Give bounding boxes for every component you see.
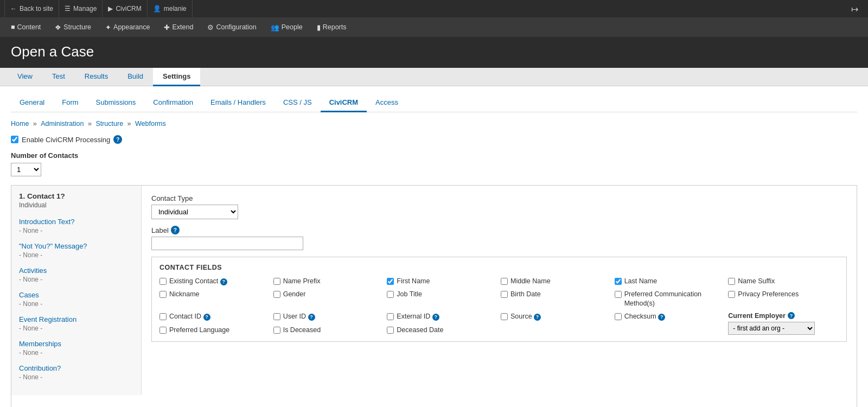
birth-date-label[interactable]: Birth Date <box>510 290 541 298</box>
sidebar-not-you-message: "Not You?" Message? - None - <box>19 242 133 259</box>
external-id-label[interactable]: External ID ? <box>397 312 439 321</box>
label-input[interactable]: Client <box>151 237 303 250</box>
current-employer-help-icon[interactable]: ? <box>788 312 795 319</box>
sub-tab-submissions[interactable]: Submissions <box>87 94 145 112</box>
tab-results[interactable]: Results <box>75 68 118 86</box>
appearance-menu-item[interactable]: ✦ Appearance <box>99 17 156 37</box>
contact-id-checkbox[interactable] <box>159 313 167 320</box>
sidebar-not-you-title[interactable]: "Not You?" Message? <box>19 242 133 250</box>
checksum-label[interactable]: Checksum ? <box>624 312 666 321</box>
tab-test[interactable]: Test <box>42 68 75 86</box>
tab-build[interactable]: Build <box>118 68 153 86</box>
extend-menu-item[interactable]: ✚ Extend <box>157 17 200 37</box>
civicrm-menu[interactable]: ▶ CiviCRM <box>103 0 147 17</box>
gender-label[interactable]: Gender <box>283 290 306 298</box>
name-suffix-label[interactable]: Name Suffix <box>738 277 775 285</box>
job-title-checkbox[interactable] <box>387 291 394 298</box>
external-id-help-icon[interactable]: ? <box>432 314 439 321</box>
existing-contact-help-icon[interactable]: ? <box>220 278 227 285</box>
people-menu-item[interactable]: 👥 People <box>264 17 309 37</box>
menu-icon: ☰ <box>65 5 71 12</box>
is-deceased-checkbox[interactable] <box>273 327 280 334</box>
sub-tab-access[interactable]: Access <box>367 94 407 112</box>
middle-name-label[interactable]: Middle Name <box>510 277 551 285</box>
sidebar-cases-title[interactable]: Cases <box>19 291 133 299</box>
user-menu[interactable]: 👤 melanie <box>148 0 193 17</box>
user-id-label[interactable]: User ID ? <box>283 312 315 321</box>
sub-tab-css-js[interactable]: CSS / JS <box>275 94 321 112</box>
main-tabs: View Test Results Build Settings <box>0 68 868 86</box>
last-name-label[interactable]: Last Name <box>624 277 657 285</box>
sidebar-activities-value: - None - <box>19 276 133 283</box>
pref-lang-checkbox[interactable] <box>159 327 167 334</box>
nickname-label[interactable]: Nickname <box>169 290 200 298</box>
structure-menu-item[interactable]: ❖ Structure <box>48 17 98 37</box>
gender-checkbox[interactable] <box>273 291 280 298</box>
breadcrumb-administration[interactable]: Administration <box>41 120 84 128</box>
checksum-help-icon[interactable]: ? <box>658 314 665 321</box>
current-employer-select[interactable]: - first add an org - <box>728 322 815 335</box>
breadcrumb-structure[interactable]: Structure <box>95 120 123 128</box>
pref-lang-label[interactable]: Preferred Language <box>169 326 229 334</box>
manage-menu[interactable]: ☰ Manage <box>59 0 103 17</box>
user-id-checkbox[interactable] <box>273 313 280 320</box>
sidebar-memberships-title[interactable]: Memberships <box>19 340 133 348</box>
birth-date-checkbox[interactable] <box>501 291 508 298</box>
sub-tab-form[interactable]: Form <box>53 94 87 112</box>
enable-civicrm-label[interactable]: Enable CiviCRM Processing <box>22 136 110 144</box>
name-suffix-checkbox[interactable] <box>728 278 735 285</box>
deceased-date-checkbox[interactable] <box>387 327 394 334</box>
existing-contact-checkbox[interactable] <box>159 278 167 285</box>
source-help-icon[interactable]: ? <box>534 314 541 321</box>
last-name-checkbox[interactable] <box>615 278 622 285</box>
tab-view[interactable]: View <box>8 68 42 86</box>
breadcrumb-webforms[interactable]: Webforms <box>135 120 166 128</box>
reports-menu-item[interactable]: ▮ Reports <box>310 17 353 37</box>
contact-id-help-icon[interactable]: ? <box>203 314 210 321</box>
sidebar-intro-text-title[interactable]: Introduction Text? <box>19 218 133 226</box>
field-external-id: External ID ? <box>387 312 497 321</box>
checksum-checkbox[interactable] <box>615 313 622 320</box>
configuration-icon: ⚙ <box>207 23 214 31</box>
sidebar-memberships-value: - None - <box>19 349 133 357</box>
configuration-menu-item[interactable]: ⚙ Configuration <box>201 17 263 37</box>
privacy-checkbox[interactable] <box>728 291 735 298</box>
number-of-contacts-select[interactable]: 1 2 3 <box>11 163 41 176</box>
middle-name-checkbox[interactable] <box>501 278 508 285</box>
sidebar-activities-title[interactable]: Activities <box>19 266 133 275</box>
nickname-checkbox[interactable] <box>159 291 167 298</box>
sidebar-contribution-title[interactable]: Contribution? <box>19 364 133 372</box>
contact-id-label[interactable]: Contact ID ? <box>169 312 210 321</box>
job-title-label[interactable]: Job Title <box>397 290 422 298</box>
first-name-checkbox[interactable] <box>387 278 394 285</box>
breadcrumb-home[interactable]: Home <box>11 120 29 128</box>
name-prefix-label[interactable]: Name Prefix <box>283 277 321 285</box>
source-label[interactable]: Source ? <box>510 312 541 321</box>
sub-tab-general[interactable]: General <box>11 94 53 112</box>
sub-tab-emails-handlers[interactable]: Emails / Handlers <box>202 94 275 112</box>
pref-comm-label[interactable]: Preferred Communication Method(s) <box>624 290 725 308</box>
content-menu-item[interactable]: ■ Content <box>4 17 47 37</box>
label-help-icon[interactable]: ? <box>171 226 180 234</box>
contact-type-select[interactable]: Individual Organization Household <box>151 205 238 219</box>
sub-tab-confirmation[interactable]: Confirmation <box>144 94 202 112</box>
user-id-help-icon[interactable]: ? <box>308 314 315 321</box>
sidebar-event-reg-title[interactable]: Event Registration <box>19 315 133 323</box>
enable-civicrm-help-icon[interactable]: ? <box>113 135 122 144</box>
is-deceased-label[interactable]: Is Deceased <box>283 326 321 334</box>
tab-settings[interactable]: Settings <box>153 68 200 86</box>
sub-tab-civicrm[interactable]: CiviCRM <box>321 94 367 112</box>
contact-sidebar: 1. Contact 1? Individual Introduction Te… <box>11 186 142 395</box>
existing-contact-label[interactable]: Existing Contact ? <box>169 277 227 285</box>
back-to-site-button[interactable]: ← Back to site <box>4 0 59 17</box>
source-checkbox[interactable] <box>501 313 508 320</box>
external-id-checkbox[interactable] <box>387 313 394 320</box>
privacy-label[interactable]: Privacy Preferences <box>738 290 799 298</box>
collapse-icon[interactable]: ↦ <box>846 4 864 14</box>
name-prefix-checkbox[interactable] <box>273 278 280 285</box>
enable-civicrm-checkbox[interactable] <box>11 136 18 143</box>
first-name-label[interactable]: First Name <box>397 277 430 285</box>
reports-icon: ▮ <box>317 23 321 31</box>
deceased-date-label[interactable]: Deceased Date <box>397 326 443 334</box>
pref-comm-checkbox[interactable] <box>615 291 622 298</box>
